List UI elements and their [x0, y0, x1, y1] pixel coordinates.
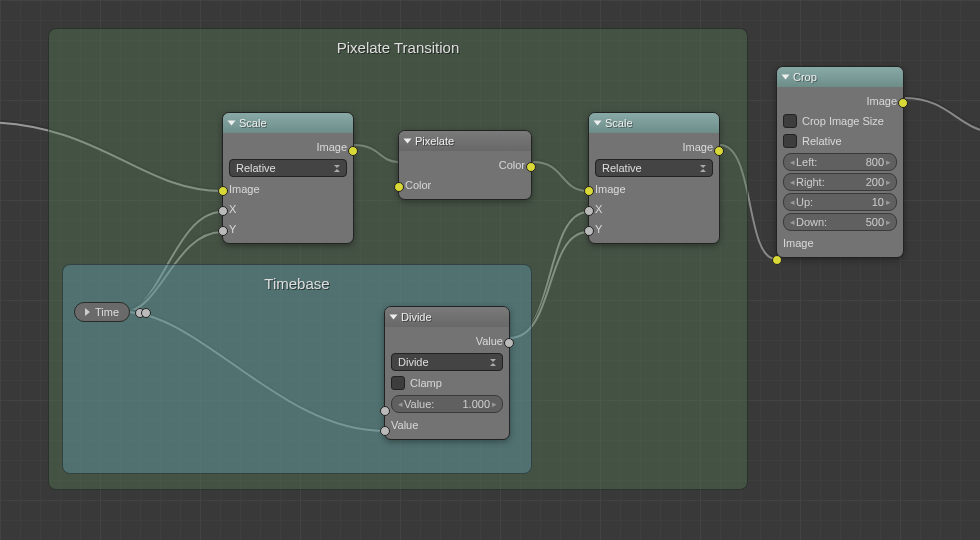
- scale-mode-select[interactable]: Relative: [595, 159, 713, 177]
- collapse-icon[interactable]: [404, 139, 412, 144]
- collapse-icon[interactable]: [594, 121, 602, 126]
- crop-left-input[interactable]: ◂Left:800▸: [783, 153, 897, 171]
- node-title: Time: [95, 306, 119, 318]
- output-label: Value: [476, 335, 503, 347]
- node-header[interactable]: Divide: [385, 307, 509, 327]
- input-label: Image: [229, 183, 260, 195]
- input-label: X: [229, 203, 236, 215]
- dropdown-icon: [334, 165, 340, 172]
- input-label: Y: [595, 223, 602, 235]
- math-op-select[interactable]: Divide: [391, 353, 503, 371]
- crop-up-input[interactable]: ◂Up:10▸: [783, 193, 897, 211]
- checkbox-label: Relative: [802, 135, 842, 147]
- socket-out-image[interactable]: [348, 146, 358, 156]
- input-label: Image: [595, 183, 626, 195]
- node-title: Scale: [605, 117, 633, 129]
- input-label: X: [595, 203, 602, 215]
- node-crop[interactable]: Crop Image Crop Image Size Relative ◂Lef…: [776, 66, 904, 258]
- node-title: Divide: [401, 311, 432, 323]
- expand-icon[interactable]: [85, 308, 90, 316]
- crop-relative-checkbox[interactable]: [783, 134, 797, 148]
- node-pixelate[interactable]: Pixelate Color Color: [398, 130, 532, 200]
- dropdown-icon: [490, 359, 496, 366]
- socket-in-y[interactable]: [218, 226, 228, 236]
- output-label: Image: [316, 141, 347, 153]
- socket-out-value[interactable]: [504, 338, 514, 348]
- value-input[interactable]: ◂Value:1.000▸: [391, 395, 503, 413]
- input-label: Color: [405, 179, 431, 191]
- node-time-collapsed[interactable]: Time: [74, 302, 130, 322]
- checkbox-label: Crop Image Size: [802, 115, 884, 127]
- socket-in-y[interactable]: [584, 226, 594, 236]
- socket-out-color[interactable]: [526, 162, 536, 172]
- node-title: Scale: [239, 117, 267, 129]
- node-divide[interactable]: Divide Value Divide Clamp ◂Value:1.000▸ …: [384, 306, 510, 440]
- crop-right-input[interactable]: ◂Right:200▸: [783, 173, 897, 191]
- socket-out-time-b[interactable]: [141, 308, 151, 318]
- node-scale-2[interactable]: Scale Image Relative Image X Y: [588, 112, 720, 244]
- scale-mode-select[interactable]: Relative: [229, 159, 347, 177]
- socket-out-image[interactable]: [898, 98, 908, 108]
- node-header[interactable]: Scale: [589, 113, 719, 133]
- node-header[interactable]: Scale: [223, 113, 353, 133]
- clamp-checkbox[interactable]: [391, 376, 405, 390]
- node-header[interactable]: Pixelate: [399, 131, 531, 151]
- crop-imagesize-checkbox[interactable]: [783, 114, 797, 128]
- output-label: Image: [682, 141, 713, 153]
- checkbox-label: Clamp: [410, 377, 442, 389]
- socket-in-value-b[interactable]: [380, 426, 390, 436]
- node-scale-1[interactable]: Scale Image Relative Image X Y: [222, 112, 354, 244]
- collapse-icon[interactable]: [782, 75, 790, 80]
- socket-in-x[interactable]: [584, 206, 594, 216]
- node-header[interactable]: Crop: [777, 67, 903, 87]
- collapse-icon[interactable]: [228, 121, 236, 126]
- input-label: Image: [783, 237, 814, 249]
- socket-in-image[interactable]: [584, 186, 594, 196]
- frame-title: Pixelate Transition: [49, 29, 747, 66]
- node-title: Pixelate: [415, 135, 454, 147]
- socket-in-image[interactable]: [218, 186, 228, 196]
- socket-in-image[interactable]: [772, 255, 782, 265]
- input-label: Y: [229, 223, 236, 235]
- socket-in-color[interactable]: [394, 182, 404, 192]
- dropdown-icon: [700, 165, 706, 172]
- frame-title: Timebase: [63, 265, 531, 302]
- collapse-icon[interactable]: [390, 315, 398, 320]
- output-label: Image: [866, 95, 897, 107]
- input-label: Value: [391, 419, 418, 431]
- node-title: Crop: [793, 71, 817, 83]
- output-label: Color: [499, 159, 525, 171]
- socket-in-x[interactable]: [218, 206, 228, 216]
- crop-down-input[interactable]: ◂Down:500▸: [783, 213, 897, 231]
- socket-in-value-a[interactable]: [380, 406, 390, 416]
- socket-out-image[interactable]: [714, 146, 724, 156]
